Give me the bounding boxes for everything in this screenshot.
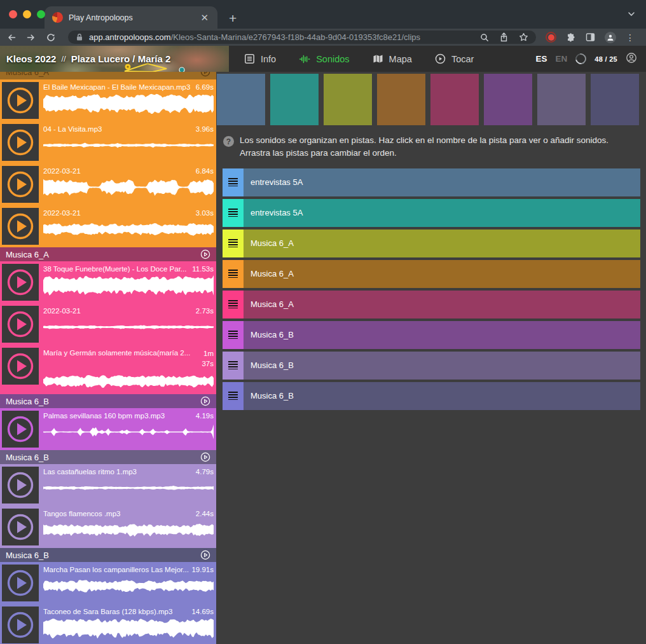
browser-tab[interactable]: Play Antropoloops ✕ <box>45 6 217 29</box>
drag-handle-icon[interactable] <box>223 199 244 227</box>
audio-clip[interactable]: 2022-03-21 2.73s <box>0 303 216 345</box>
browser-menu-icon[interactable]: ⋮ <box>626 32 635 43</box>
zoom-page-icon[interactable] <box>480 33 489 42</box>
extensions-puzzle-icon[interactable] <box>566 32 576 43</box>
side-panel-icon[interactable] <box>586 32 595 42</box>
tab-tocar[interactable]: Tocar <box>435 53 474 64</box>
track-header[interactable]: Musica 6_B <box>0 450 216 464</box>
track-color-swatch[interactable] <box>537 74 586 125</box>
profile-avatar[interactable] <box>605 32 616 43</box>
clip-play-button[interactable] <box>2 348 39 385</box>
track-row[interactable]: Musica 6_A <box>223 260 640 288</box>
close-window-button[interactable] <box>9 10 17 18</box>
lang-es-button[interactable]: ES <box>535 54 547 64</box>
tab-close-icon[interactable]: ✕ <box>199 11 210 24</box>
audio-clip[interactable]: Marcha Pasan los campanilleros Las Mejor… <box>0 562 216 604</box>
tab-mapa-label: Mapa <box>389 54 412 64</box>
audio-clip[interactable]: Las castañuelas ritmo 1.mp3 4.79s <box>0 464 216 506</box>
track-row[interactable]: entrevistas 5A <box>223 168 640 196</box>
audio-clip[interactable]: Taconeo de Sara Baras (128 kbps).mp3 14.… <box>0 604 216 644</box>
play-circle-icon[interactable] <box>200 550 210 560</box>
drag-handle-icon[interactable] <box>223 168 244 196</box>
play-circle-icon[interactable] <box>200 249 210 259</box>
track-row[interactable]: Musica 6_A <box>223 291 640 319</box>
drag-handle-icon[interactable] <box>223 230 244 257</box>
track-color-swatch[interactable] <box>591 74 639 125</box>
drag-handle-icon[interactable] <box>223 352 244 380</box>
clip-play-button[interactable] <box>2 509 39 545</box>
bookmark-star-icon[interactable] <box>519 32 528 42</box>
track-body[interactable]: Musica 6_B <box>244 382 640 410</box>
audio-clip[interactable]: 2022-03-21 6.84s <box>0 163 216 205</box>
remix-title-map: Kleos 2022 // Plaza Lucero / María 2 <box>0 46 229 72</box>
track-header[interactable]: Musica 6_A <box>0 247 216 261</box>
clip-play-button[interactable] <box>2 606 39 643</box>
track-row[interactable]: entrevistas 5A <box>223 199 640 227</box>
clip-play-button[interactable] <box>2 306 39 343</box>
track-body[interactable]: entrevistas 5A <box>244 168 640 196</box>
clip-title: Taconeo de Sara Baras (128 kbps).mp3 <box>43 608 189 615</box>
back-button[interactable] <box>6 32 17 43</box>
track-body[interactable]: entrevistas 5A <box>244 199 640 227</box>
track-body[interactable]: Musica 6_A <box>244 291 640 319</box>
track-body[interactable]: Musica 6_B <box>244 352 640 380</box>
track-row[interactable]: Musica 6_B <box>223 382 640 410</box>
drag-handle-icon[interactable] <box>223 382 244 410</box>
clip-play-button[interactable] <box>2 411 39 448</box>
tab-strip: Play Antropoloops ✕ + <box>0 0 646 29</box>
track-body[interactable]: Musica 6_A <box>244 260 640 288</box>
audio-clip[interactable]: El Baile Mexicapan - El Baile Mexicapan.… <box>0 79 216 121</box>
play-circle-icon[interactable] <box>200 72 210 77</box>
track-header-label: Musica 6_B <box>6 397 200 406</box>
clip-play-button[interactable] <box>2 467 39 504</box>
record-extension-icon[interactable] <box>546 32 556 43</box>
tab-info[interactable]: Info <box>244 53 276 64</box>
track-color-swatch[interactable] <box>217 74 265 125</box>
track-color-swatch[interactable] <box>270 74 319 125</box>
minimize-window-button[interactable] <box>23 10 31 18</box>
clip-play-button[interactable] <box>2 208 39 245</box>
share-icon[interactable] <box>500 32 508 42</box>
audio-clip[interactable]: Palmas sevillanas 160 bpm mp3.mp3 4.19s <box>0 408 216 450</box>
drag-handle-icon[interactable] <box>223 291 244 319</box>
audio-clip[interactable]: María y Germán solamente música(maría 2.… <box>0 345 216 394</box>
track-row[interactable]: Musica 6_A <box>223 230 640 257</box>
clip-play-button[interactable] <box>2 166 39 203</box>
reload-button[interactable] <box>46 32 56 43</box>
track-color-swatch[interactable] <box>377 74 425 125</box>
audio-clip[interactable]: 38 Toque Funebre(Muerte) - Los Doce Par.… <box>0 261 216 303</box>
track-header[interactable]: Musica 6_B <box>0 548 216 562</box>
track-body[interactable]: Musica 6_A <box>244 230 640 257</box>
track-header[interactable]: Musica 6_B <box>0 394 216 408</box>
clip-play-button[interactable] <box>2 264 39 301</box>
play-circle-icon[interactable] <box>200 396 210 406</box>
clip-play-button[interactable] <box>2 124 39 161</box>
audio-clip[interactable]: Tangos flamencos .mp3 2.44s <box>0 506 216 548</box>
track-header[interactable]: Musica 6_A <box>0 72 216 79</box>
account-icon[interactable] <box>626 52 637 66</box>
track-row[interactable]: Musica 6_B <box>223 352 640 380</box>
track-color-swatch[interactable] <box>324 74 372 125</box>
tab-mapa[interactable]: Mapa <box>373 54 412 64</box>
zoom-window-button[interactable] <box>37 10 45 18</box>
clip-play-button[interactable] <box>2 82 39 119</box>
lock-icon[interactable] <box>76 33 83 41</box>
audio-clip[interactable]: 04 - La Visita.mp3 3.96s <box>0 121 216 163</box>
waveform <box>43 575 214 596</box>
drag-handle-icon[interactable] <box>223 321 244 349</box>
breadcrumb-separator: // <box>61 54 65 64</box>
forward-button[interactable] <box>26 32 36 43</box>
address-bar[interactable]: app.antropoloops.com/Kleos-Santa-Marina/… <box>68 31 536 44</box>
play-circle-icon[interactable] <box>200 452 210 462</box>
track-color-swatch[interactable] <box>430 74 479 125</box>
track-row[interactable]: Musica 6_B <box>223 321 640 349</box>
new-tab-button[interactable]: + <box>229 11 237 25</box>
clip-play-button[interactable] <box>2 565 39 601</box>
track-body[interactable]: Musica 6_B <box>244 321 640 349</box>
tab-sonidos[interactable]: Sonidos <box>299 54 349 64</box>
track-color-swatch[interactable] <box>484 74 532 125</box>
lang-en-button[interactable]: EN <box>555 54 567 64</box>
audio-clip[interactable]: 2022-03-21 3.03s <box>0 205 216 247</box>
tab-search-chevron-icon[interactable] <box>627 10 636 21</box>
drag-handle-icon[interactable] <box>223 260 244 288</box>
